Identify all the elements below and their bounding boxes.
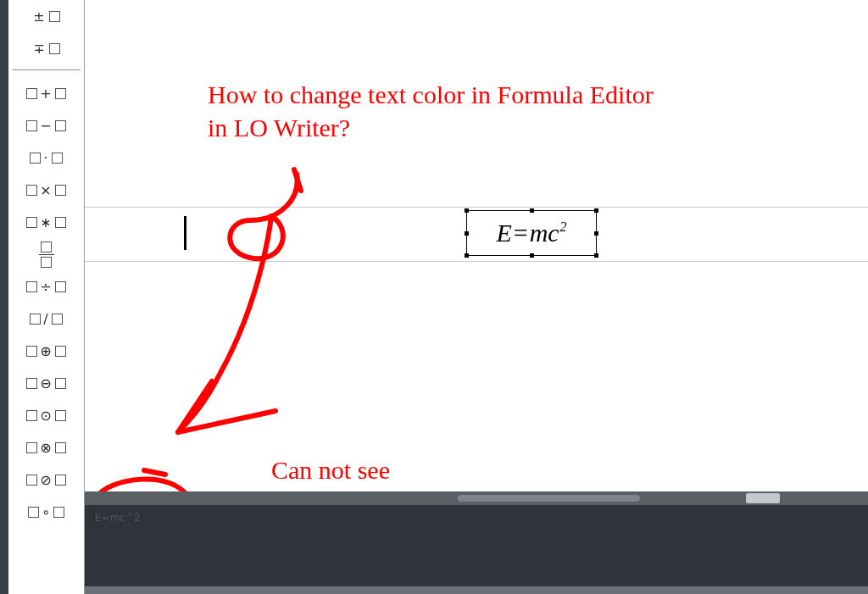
command-text: E=mc^2 xyxy=(95,512,141,524)
handle-nw[interactable] xyxy=(465,208,469,213)
document-area[interactable]: E=mc2 How to change text color in Formul… xyxy=(85,0,868,491)
horizontal-scroll-thumb[interactable] xyxy=(458,495,640,502)
handle-sw[interactable] xyxy=(465,253,469,258)
handle-e[interactable] xyxy=(594,231,598,236)
annotation-question-line1: How to change text color in Formula Edit… xyxy=(208,80,654,108)
text-boundary-line-bottom xyxy=(85,261,868,262)
annotation-question: How to change text color in Formula Edit… xyxy=(208,78,654,144)
app-root: ± ∓ + − · × ∗ ÷ / ⊕ ⊖ ⊙ ⊗ ⊘ ∘ xyxy=(0,0,868,594)
formula-E: E xyxy=(496,219,511,247)
panel-separator xyxy=(13,69,81,70)
command-pane-scrollbar[interactable] xyxy=(85,586,868,594)
text-boundary-line-top xyxy=(85,207,868,208)
op-circled-plus[interactable]: ⊕ xyxy=(19,338,74,364)
formula-mc: mc xyxy=(530,219,559,247)
handle-se[interactable] xyxy=(594,253,598,258)
handle-s[interactable] xyxy=(530,253,534,258)
op-multiplication-dot[interactable]: · xyxy=(19,145,74,170)
op-small-circle[interactable]: ∘ xyxy=(19,499,74,525)
op-circled-dot[interactable]: ⊙ xyxy=(19,402,74,428)
op-fraction[interactable] xyxy=(19,241,74,267)
annotation-question-line2: in LO Writer? xyxy=(208,114,350,142)
text-cursor xyxy=(184,216,186,250)
annotation-cannot-see: Can not see xyxy=(271,453,390,486)
formula-equals: = xyxy=(514,219,528,247)
op-plus-minus[interactable]: ± xyxy=(19,3,74,29)
op-multiplication-star[interactable]: ∗ xyxy=(19,209,74,235)
panel-frame-strip xyxy=(0,0,8,594)
op-circled-times[interactable]: ⊗ xyxy=(19,435,74,460)
formula-render: E=mc2 xyxy=(496,219,566,247)
elements-panel: ± ∓ + − · × ∗ ÷ / ⊕ ⊖ ⊙ ⊗ ⊘ ∘ xyxy=(8,0,85,594)
formula-exponent: 2 xyxy=(560,219,567,234)
op-circled-slash[interactable]: ⊘ xyxy=(19,467,74,492)
op-addition[interactable]: + xyxy=(19,80,74,106)
handle-n[interactable] xyxy=(530,208,534,213)
command-caret xyxy=(93,510,94,524)
pane-split-handle[interactable] xyxy=(746,493,780,503)
handle-ne[interactable] xyxy=(594,208,598,213)
formula-command-pane[interactable]: E=mc^2 xyxy=(85,505,868,594)
op-division[interactable]: ÷ xyxy=(19,274,74,299)
handle-w[interactable] xyxy=(465,231,469,236)
op-circled-minus[interactable]: ⊖ xyxy=(19,370,74,396)
op-multiplication-cross[interactable]: × xyxy=(19,177,74,203)
op-subtraction[interactable]: − xyxy=(19,113,74,138)
formula-object-frame[interactable]: E=mc2 xyxy=(466,210,597,256)
op-division-slash[interactable]: / xyxy=(19,306,74,331)
op-minus-plus[interactable]: ∓ xyxy=(19,36,74,61)
